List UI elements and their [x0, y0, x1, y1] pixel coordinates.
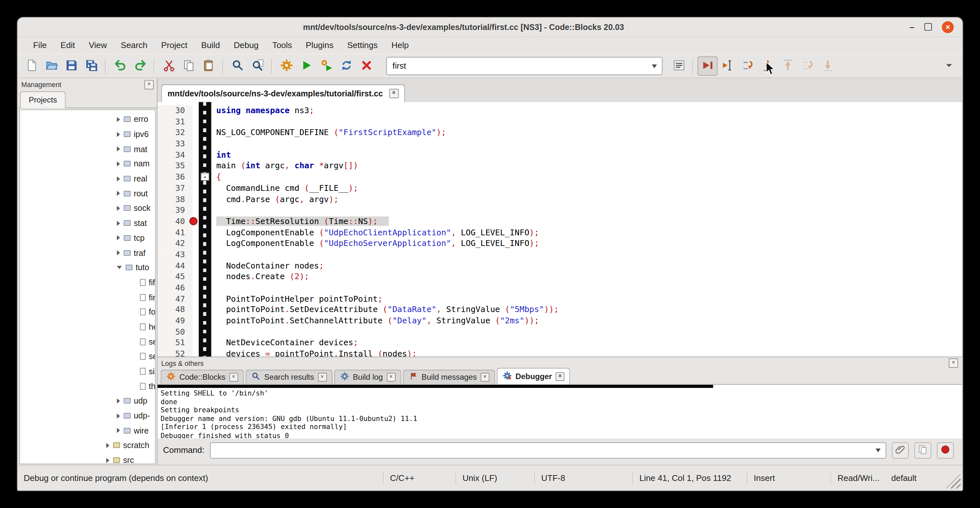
code-line[interactable]: 50	[158, 326, 962, 338]
tree-item-he[interactable]: he	[20, 319, 155, 334]
log-tab-debugger[interactable]: Debugger×	[497, 368, 570, 384]
tree-item-fif[interactable]: fif	[20, 275, 155, 290]
code-line[interactable]: 39	[158, 205, 962, 216]
menu-item-plugins[interactable]: Plugins	[299, 40, 340, 49]
stop-debugger-button[interactable]	[937, 442, 954, 458]
search-input[interactable]	[387, 61, 647, 71]
code-line[interactable]: 31	[158, 116, 962, 127]
tree-item-rout[interactable]: rout	[20, 186, 155, 201]
tree-item-se[interactable]: se	[20, 349, 155, 364]
line-number[interactable]: 36	[158, 172, 192, 182]
line-number[interactable]: 41	[158, 227, 192, 238]
line-number[interactable]: 51	[158, 338, 192, 349]
chevron-right-icon[interactable]	[117, 117, 120, 122]
menu-item-settings[interactable]: Settings	[340, 40, 384, 49]
chevron-right-icon[interactable]	[117, 176, 120, 182]
line-number[interactable]: 43	[158, 249, 192, 260]
next-line-button[interactable]	[737, 56, 757, 76]
tree-item-se[interactable]: se	[20, 334, 155, 349]
tree-item-udp[interactable]: udp	[20, 393, 155, 408]
search-options-button[interactable]	[669, 56, 689, 76]
tree-item-src[interactable]: src	[20, 453, 155, 464]
line-number[interactable]: 42	[158, 238, 192, 249]
menu-item-edit[interactable]: Edit	[54, 40, 82, 49]
tree-item-fo[interactable]: fo	[20, 304, 155, 319]
code-line[interactable]: 45 nodes.Create (2);	[158, 271, 962, 282]
logs-close-icon[interactable]: ×	[949, 358, 958, 368]
chevron-right-icon[interactable]	[117, 428, 120, 433]
code-line[interactable]: 32NS_LOG_COMPONENT_DEFINE ("FirstScriptE…	[158, 127, 962, 138]
chevron-down-icon[interactable]	[117, 266, 122, 269]
cut-button[interactable]	[159, 56, 179, 76]
tree-item-ipv6[interactable]: ipv6	[20, 127, 155, 142]
chevron-right-icon[interactable]	[106, 458, 110, 463]
run-button[interactable]	[296, 56, 317, 76]
code-line[interactable]: 44 NodeContainer nodes;	[158, 260, 962, 271]
tree-item-wire[interactable]: wire	[20, 423, 155, 438]
code-line[interactable]: 40 Time::SetResolution (Time::NS);	[158, 216, 962, 226]
code-line[interactable]: 33	[158, 138, 962, 149]
log-tab-search-results[interactable]: Search results×	[245, 370, 332, 384]
copy-button[interactable]	[179, 56, 199, 76]
command-input[interactable]	[211, 446, 871, 455]
code-line[interactable]: 46	[158, 282, 962, 293]
line-number[interactable]: 35	[158, 161, 192, 172]
build-button[interactable]	[277, 56, 296, 76]
abort-build-button[interactable]	[356, 56, 376, 76]
code-line[interactable]: 34int	[158, 149, 962, 160]
toolbar-overflow-button[interactable]	[939, 56, 959, 76]
log-tab-close-icon[interactable]: ×	[556, 372, 565, 381]
fold-margin[interactable]	[199, 102, 212, 357]
close-button[interactable]: ✕	[942, 21, 954, 33]
tree-item-th[interactable]: th	[20, 379, 155, 393]
chevron-right-icon[interactable]	[117, 205, 120, 211]
step-into-instruction-button[interactable]	[818, 56, 838, 76]
menu-item-help[interactable]: Help	[385, 40, 416, 49]
tree-item-tcp[interactable]: tcp	[20, 231, 155, 245]
line-number[interactable]: 44	[158, 260, 192, 271]
chevron-right-icon[interactable]	[117, 413, 120, 419]
log-tab-close-icon[interactable]: ×	[387, 373, 395, 382]
editor-tab-first-cc[interactable]: mnt/dev/tools/source/ns-3-dev/examples/t…	[161, 84, 405, 102]
line-number[interactable]: 46	[158, 282, 192, 293]
send-command-button[interactable]	[892, 442, 909, 458]
line-number[interactable]: 45	[158, 271, 192, 282]
fold-marker[interactable]: -	[201, 173, 209, 181]
line-number[interactable]: 30	[158, 105, 192, 116]
tree-item-mat[interactable]: mat	[20, 142, 155, 156]
code-line[interactable]: 43	[158, 249, 962, 260]
tree-item-fir[interactable]: fir	[20, 290, 155, 304]
line-number[interactable]: 50	[158, 326, 192, 338]
tree-item-nam[interactable]: nam	[20, 156, 155, 171]
tree-item-six[interactable]: six	[20, 364, 155, 379]
chevron-right-icon[interactable]	[117, 191, 120, 196]
command-dropdown-button[interactable]	[871, 443, 886, 458]
line-number[interactable]: 32	[158, 127, 192, 138]
chevron-right-icon[interactable]	[106, 443, 110, 448]
editor-tab-close-icon[interactable]: ×	[389, 89, 399, 98]
build-and-run-button[interactable]	[317, 56, 336, 76]
tree-item-traf[interactable]: traf	[20, 245, 155, 260]
new-file-button[interactable]	[21, 56, 41, 76]
maximize-button[interactable]	[924, 23, 932, 30]
menu-item-search[interactable]: Search	[114, 40, 154, 49]
log-tab-build-log[interactable]: Build log×	[334, 370, 401, 384]
chevron-right-icon[interactable]	[117, 398, 120, 404]
tree-item-tuto[interactable]: tuto	[20, 260, 155, 275]
find-in-files-button[interactable]	[247, 56, 267, 76]
open-button[interactable]	[41, 56, 61, 76]
code-line[interactable]: 38 cmd.Parse (argc, argv);	[158, 194, 962, 205]
log-tab-close-icon[interactable]: ×	[480, 373, 489, 382]
line-number[interactable]: 38	[158, 194, 192, 205]
find-button[interactable]	[228, 56, 247, 76]
chevron-right-icon[interactable]	[117, 147, 120, 152]
menu-item-build[interactable]: Build	[194, 40, 227, 49]
code-line[interactable]: 30using namespace ns3;	[158, 105, 962, 116]
code-line[interactable]: 48 pointToPoint.SetDeviceAttribute ("Dat…	[158, 304, 962, 315]
step-out-button[interactable]	[777, 56, 797, 76]
undo-button[interactable]	[110, 56, 130, 76]
log-tab-build-messages[interactable]: Build messages×	[403, 370, 495, 384]
tree-item-udp-[interactable]: udp-	[20, 408, 155, 423]
tree-item-scratch[interactable]: scratch	[20, 438, 155, 453]
menu-item-project[interactable]: Project	[154, 40, 194, 49]
